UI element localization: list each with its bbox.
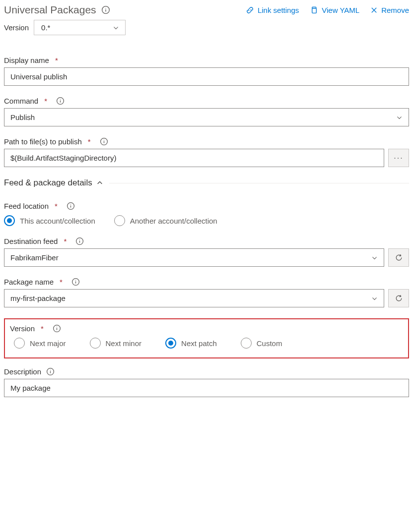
radio-icon xyxy=(14,338,25,349)
path-label: Path to file(s) to publish xyxy=(4,137,82,146)
info-icon[interactable] xyxy=(67,202,75,210)
path-input[interactable] xyxy=(4,149,384,167)
chevron-down-icon xyxy=(396,114,403,120)
svg-point-20 xyxy=(75,280,76,281)
radio-custom[interactable]: Custom xyxy=(241,338,282,349)
destination-feed-field: Destination feed* FabrikamFiber xyxy=(4,237,409,267)
info-icon[interactable] xyxy=(101,5,110,14)
info-icon[interactable] xyxy=(100,137,108,146)
chevron-down-icon xyxy=(113,24,119,31)
link-settings-label: Link settings xyxy=(258,6,299,14)
svg-point-8 xyxy=(60,99,61,100)
description-input[interactable] xyxy=(4,379,409,397)
svg-point-26 xyxy=(50,370,51,370)
required-marker: * xyxy=(64,237,67,245)
description-field: Description xyxy=(4,367,409,397)
display-name-field: Display name* xyxy=(4,56,409,86)
svg-point-2 xyxy=(105,8,106,8)
svg-rect-3 xyxy=(312,8,317,13)
radio-label: Next patch xyxy=(181,339,217,348)
destination-feed-select[interactable]: FabrikamFiber xyxy=(4,248,384,267)
divider xyxy=(109,183,409,183)
browse-button[interactable]: ··· xyxy=(388,149,409,167)
command-value: Publish xyxy=(10,113,35,121)
required-marker: * xyxy=(60,278,63,286)
version-top-select[interactable]: 0.* xyxy=(34,20,126,35)
path-field: Path to file(s) to publish* ··· xyxy=(4,137,409,167)
chevron-down-icon xyxy=(371,254,378,261)
destination-feed-value: FabrikamFiber xyxy=(10,253,59,262)
version-top-row: Version 0.* xyxy=(4,20,409,35)
radio-icon xyxy=(4,215,15,226)
package-name-field: Package name* my-first-package xyxy=(4,278,409,307)
radio-label: Next major xyxy=(30,339,66,348)
section-feed-package-details[interactable]: Feed & package details xyxy=(4,178,409,188)
radio-icon xyxy=(114,215,125,226)
svg-point-17 xyxy=(79,239,80,240)
link-settings-button[interactable]: Link settings xyxy=(246,6,299,14)
version-top-label: Version xyxy=(4,23,29,32)
version-top-value: 0.* xyxy=(41,23,50,32)
command-label: Command xyxy=(4,97,38,105)
remove-button[interactable]: Remove xyxy=(370,6,409,14)
version-highlight-box: Version* Next major Next minor Next patc… xyxy=(4,318,409,358)
chevron-up-icon xyxy=(96,179,103,186)
refresh-icon xyxy=(395,253,403,262)
refresh-icon xyxy=(395,294,403,302)
info-icon[interactable] xyxy=(71,278,80,286)
required-marker: * xyxy=(44,97,47,105)
display-name-label: Display name xyxy=(4,56,49,64)
svg-point-14 xyxy=(70,204,71,205)
radio-icon xyxy=(90,338,101,349)
package-name-label: Package name xyxy=(4,278,54,286)
section-title: Feed & package details xyxy=(4,178,92,188)
radio-label: Next minor xyxy=(106,339,142,348)
radio-next-minor[interactable]: Next minor xyxy=(90,338,142,349)
refresh-button[interactable] xyxy=(388,248,409,267)
command-select[interactable]: Publish xyxy=(4,108,409,126)
more-icon: ··· xyxy=(394,154,403,163)
info-icon[interactable] xyxy=(46,367,55,376)
radio-next-patch[interactable]: Next patch xyxy=(165,338,217,349)
required-marker: * xyxy=(41,324,44,333)
display-name-input[interactable] xyxy=(4,67,409,86)
info-icon[interactable] xyxy=(75,237,84,245)
info-icon[interactable] xyxy=(56,97,65,105)
required-marker: * xyxy=(55,56,58,64)
version-label: Version xyxy=(10,324,35,333)
radio-label: Another account/collection xyxy=(130,217,217,225)
chevron-down-icon xyxy=(371,295,378,301)
action-links: Link settings View YAML Remove xyxy=(246,6,409,14)
radio-feed-this[interactable]: This account/collection xyxy=(4,215,95,226)
refresh-button[interactable] xyxy=(388,289,409,307)
view-yaml-button[interactable]: View YAML xyxy=(310,6,359,14)
radio-feed-another[interactable]: Another account/collection xyxy=(114,215,217,226)
radio-label: Custom xyxy=(257,339,282,348)
remove-label: Remove xyxy=(381,6,409,14)
view-yaml-label: View YAML xyxy=(322,6,359,14)
destination-feed-label: Destination feed xyxy=(4,237,58,245)
radio-next-major[interactable]: Next major xyxy=(14,338,66,349)
svg-point-11 xyxy=(103,140,104,140)
radio-icon xyxy=(165,338,176,349)
required-marker: * xyxy=(88,137,91,146)
radio-label: This account/collection xyxy=(20,217,95,225)
description-label: Description xyxy=(4,367,41,376)
feed-location-field: Feed location* This account/collection A… xyxy=(4,202,409,226)
package-name-select[interactable]: my-first-package xyxy=(4,289,384,307)
required-marker: * xyxy=(55,202,58,210)
command-field: Command* Publish xyxy=(4,97,409,126)
svg-point-23 xyxy=(57,327,57,327)
feed-location-label: Feed location xyxy=(4,202,49,210)
radio-icon xyxy=(241,338,252,349)
package-name-value: my-first-package xyxy=(10,294,66,302)
page-title: Universal Packages xyxy=(4,4,96,16)
info-icon[interactable] xyxy=(53,324,61,333)
header-row: Universal Packages Link settings View YA… xyxy=(4,4,409,16)
